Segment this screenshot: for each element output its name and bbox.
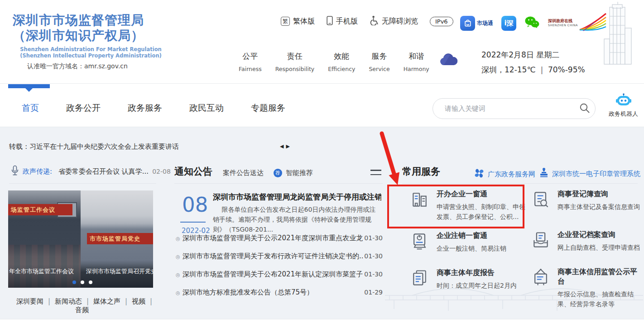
main-nav: 首页 政务公开 政务服务 政民互动 专题服务 政务机器人	[0, 84, 644, 127]
link-video[interactable]: 视频	[127, 297, 150, 305]
ishenzhen-app-icon[interactable]: i深	[501, 16, 516, 31]
divider	[9, 183, 156, 184]
notice-item[interactable]: ◎ 深圳市市场监督管理局关于公布2021年新认定深圳市菜篮子... 01-30	[174, 270, 383, 280]
mobile-phone-icon	[327, 16, 333, 27]
link-shenzhen-news[interactable]: 深圳要闻	[12, 297, 48, 305]
content-area: 转载：习近平在十九届中央纪委六次全会上发表重要讲话 ◀ ▶ 政声传递: 省委常委…	[0, 127, 644, 319]
service-registration-archive-query[interactable]: 企业登记档案查询 网上自助查档、受理申请查档	[531, 230, 644, 252]
shichangtong-app-link[interactable]: 市场通	[460, 16, 493, 31]
carousel-caption-right[interactable]: 深圳市市场监管局召开党史	[86, 267, 153, 276]
carousel-caption-bar: 年全市市场监管工作会议 深圳市市场监管局召开党史	[8, 264, 153, 288]
core-values: 公平 Fairness 责任 Responsibility 效能 Efficie…	[239, 51, 429, 72]
robot-icon	[615, 100, 632, 109]
pinwheel-icon	[474, 168, 485, 180]
weather-cloud-icon	[438, 52, 459, 69]
site-title-cn-1: 深圳市市场监督管理局	[13, 13, 144, 28]
site-title-cn-2: （深圳市知识产权局）	[13, 28, 144, 43]
case-announcement-link[interactable]: 案件公告送达	[223, 169, 264, 177]
weather-detail: 深圳，12-15℃ ｜ 70%-95%	[481, 65, 585, 75]
notices-header-links: 案件公告送达 荐 智能推荐	[223, 169, 313, 177]
nav-item-home[interactable]: 首页	[22, 102, 39, 114]
notice-item[interactable]: ◎ 深圳市地方标准批准发布公告（总第75号） 01-29	[174, 288, 383, 298]
nav-item-gov-services[interactable]: 政务服务	[128, 102, 162, 114]
featured-date-rule	[180, 222, 206, 223]
guangdong-portal-link[interactable]: 广东政务服务网	[474, 168, 535, 180]
carousel-dot-1[interactable]	[72, 280, 76, 284]
value-service: 服务 Service	[369, 51, 389, 72]
service-business-deregistration[interactable]: 企业注销一窗通 企业一般注销、简易注销	[410, 231, 527, 253]
notices-section-title[interactable]: 通知公告	[174, 165, 212, 178]
bullet-icon: ◎	[176, 236, 180, 242]
search-box	[433, 98, 596, 119]
company-building-icon	[410, 190, 430, 222]
eseal-system-link[interactable]: 深圳市统一电子印章管理系统	[539, 168, 640, 180]
link-media-voice[interactable]: 媒体之声	[89, 297, 125, 305]
site-header: 深圳市市场监督管理局 （深圳市知识产权局） Shenzhen Administr…	[0, 0, 644, 84]
carousel-caption-left[interactable]: 年全市市场监管工作会议	[9, 267, 77, 276]
building-sketch-image	[596, 1, 638, 71]
featured-notice-title[interactable]: 深圳市市场监督管理局龙岗监管局关于停用或注销...	[213, 192, 381, 202]
carousel-dots	[72, 280, 92, 284]
mobile-version-link[interactable]: 手机版	[327, 16, 358, 27]
featured-notice-summary: 限各单位自本公告发布之日起60日内依法办理停用或注销手续。逾期不办理，我局将依据…	[213, 204, 381, 234]
divider	[174, 183, 383, 184]
active-tab-indicator	[8, 84, 50, 88]
accessibility-link[interactable]: 无障碍浏览	[370, 15, 418, 27]
featured-notice-day: 08	[182, 193, 208, 217]
value-efficiency: 效能 Efficiency	[328, 51, 355, 72]
weather-date: 2022年2月8日 星期二	[481, 50, 585, 60]
site-logo[interactable]: 深圳市市场监督管理局 （深圳市知识产权局）	[13, 13, 144, 43]
utility-links: 繁 繁体版 手机版 无障碍浏览 IPv6	[281, 15, 453, 27]
headline-ticker[interactable]: 转载：习近平在十九届中央纪委六次全会上发表重要讲话	[9, 142, 179, 151]
nav-list: 首页 政务公开 政务服务 政民互动 专题服务	[22, 102, 285, 114]
bullet-icon: ◎	[176, 254, 180, 260]
site-title-en: Shenzhen Administration For Market Regul…	[13, 46, 169, 59]
shichangtong-app-icon	[460, 16, 475, 31]
voice-news-date: 02-08	[152, 168, 171, 175]
ipv6-badge[interactable]: IPv6	[430, 17, 453, 26]
ticker-next-icon[interactable]: ▶	[286, 143, 289, 149]
carousel-dot-2[interactable]	[81, 280, 84, 284]
nav-item-gov-affairs[interactable]: 政务公开	[66, 102, 101, 114]
wechat-icon[interactable]	[524, 16, 540, 31]
nav-item-interaction[interactable]: 政民互动	[189, 102, 224, 114]
annotation-arrow	[371, 127, 426, 190]
ticker-arrows: ◀ ▶	[280, 143, 290, 149]
archive-box-icon	[531, 230, 551, 252]
official-domain-note: 认准唯一官方域名：amr.sz.gov.cn	[27, 62, 128, 71]
traditional-chinese-link[interactable]: 繁 繁体版	[281, 17, 315, 26]
notice-item[interactable]: ◎ 深圳市市场监督管理局关于公示2021年度深圳市重点农业龙... 01-30	[174, 234, 383, 244]
service-annual-report[interactable]: 商事主体年度报告 时间：成立周年之日起2月内	[410, 268, 529, 290]
search-button[interactable]	[574, 99, 595, 119]
notices-more-icon[interactable]	[370, 170, 381, 178]
microphone-icon	[11, 165, 19, 178]
voice-news-title[interactable]: 省委常委会召开会议 认真学...	[58, 167, 149, 176]
power-terminal-icon	[410, 231, 430, 253]
divider	[402, 183, 638, 184]
search-input[interactable]	[444, 104, 574, 113]
annual-report-icon	[410, 268, 430, 290]
carousel-dot-3[interactable]	[89, 280, 92, 284]
service-credit-supervision-platform[interactable]: 商事主体信用监管公示平台 年报公示信息、抽查检查结果、经营异常名录等	[531, 267, 644, 309]
service-open-business-one-window[interactable]: 开办企业一窗通 申请营业执照、刻制印章、申领发票、员工参保登记、公积...	[410, 190, 526, 222]
smart-recommend-link[interactable]: 智能推荐	[286, 169, 313, 177]
stamp-icon	[539, 168, 549, 180]
link-audio[interactable]: 音频	[71, 306, 93, 314]
nav-item-special-topics[interactable]: 专题服务	[251, 102, 285, 114]
public-board-icon	[531, 267, 551, 309]
bullet-icon: ◎	[176, 272, 180, 278]
service-registry-book-query[interactable]: 商事登记簿查询 商事主体登记及备案信息查询	[531, 190, 644, 212]
services-section-title[interactable]: 常用服务	[402, 165, 440, 178]
document-search-icon	[531, 190, 551, 212]
robot-label: 政务机器人	[609, 110, 638, 118]
voice-news-label[interactable]: 政声传递:	[23, 167, 52, 176]
traditional-chinese-icon: 繁	[281, 17, 290, 26]
ticker-prev-icon[interactable]: ◀	[280, 143, 284, 149]
value-harmony: 和谐 Harmony	[404, 51, 429, 72]
value-fairness: 公平 Fairness	[239, 51, 262, 72]
search-icon	[579, 103, 590, 115]
gov-robot-entry[interactable]: 政务机器人	[609, 93, 638, 118]
link-news-updates[interactable]: 新闻动态	[50, 297, 87, 305]
notice-item[interactable]: ◎ 深圳市市场监督管理局关于发布行政许可证件注销决定书的... 01-30	[174, 252, 383, 262]
news-carousel[interactable]: 场监管工作会议 市市场监管局党史 年全市市场监管工作会议 深圳市市场监管局召开党…	[8, 190, 153, 288]
